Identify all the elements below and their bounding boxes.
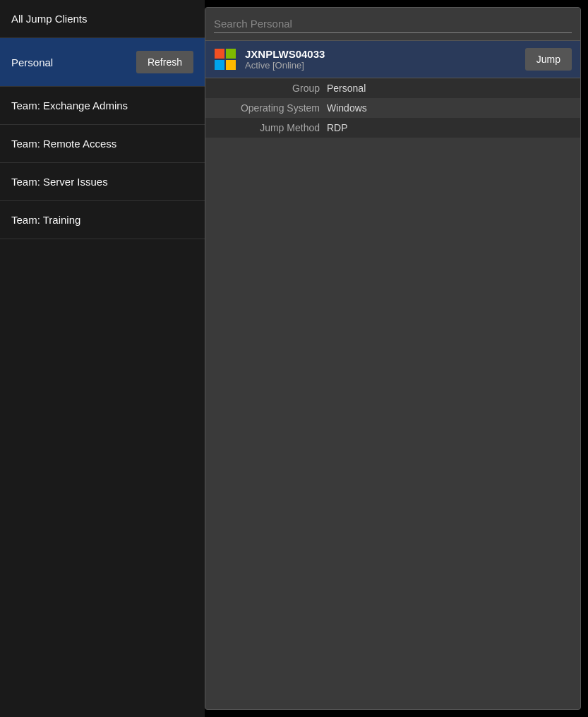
client-name: JXNPLWS04033	[245, 48, 518, 60]
search-input[interactable]	[214, 15, 572, 33]
refresh-button[interactable]: Refresh	[136, 51, 193, 73]
svg-rect-0	[215, 49, 224, 59]
svg-rect-1	[226, 49, 236, 59]
jump-client-entry: JXNPLWS04033 Active [Online] Jump	[205, 41, 580, 78]
client-info: JXNPLWS04033 Active [Online]	[245, 48, 518, 71]
sidebar-item-team-training[interactable]: Team: Training	[0, 201, 205, 239]
sidebar-item-team-server-issues[interactable]: Team: Server Issues	[0, 163, 205, 201]
sidebar-item-team-exchange-admins[interactable]: Team: Exchange Admins	[0, 87, 205, 125]
detail-row: Operating SystemWindows	[205, 98, 580, 118]
detail-value: Windows	[327, 102, 367, 114]
sidebar-item-team-remote-access[interactable]: Team: Remote Access	[0, 125, 205, 163]
sidebar-item-all-jump-clients[interactable]: All Jump Clients	[0, 0, 205, 38]
detail-value: Personal	[327, 83, 366, 94]
detail-label: Jump Method	[214, 122, 327, 133]
svg-rect-3	[226, 60, 236, 70]
search-bar	[205, 8, 580, 41]
details-area: GroupPersonalOperating SystemWindowsJump…	[205, 78, 580, 709]
details-table: GroupPersonalOperating SystemWindowsJump…	[205, 78, 580, 138]
sidebar: All Jump Clients Personal Refresh Team: …	[0, 0, 205, 717]
detail-label: Group	[214, 83, 327, 94]
sidebar-item-personal[interactable]: Personal Refresh	[0, 38, 205, 87]
client-status: Active [Online]	[245, 60, 518, 71]
detail-row: GroupPersonal	[205, 78, 580, 98]
detail-row: Jump MethodRDP	[205, 118, 580, 138]
windows-logo-icon	[214, 48, 236, 71]
jump-button[interactable]: Jump	[525, 48, 572, 71]
detail-label: Operating System	[214, 102, 327, 114]
detail-value: RDP	[327, 122, 348, 133]
main-panel: JXNPLWS04033 Active [Online] Jump GroupP…	[205, 7, 581, 710]
svg-rect-2	[215, 60, 224, 70]
